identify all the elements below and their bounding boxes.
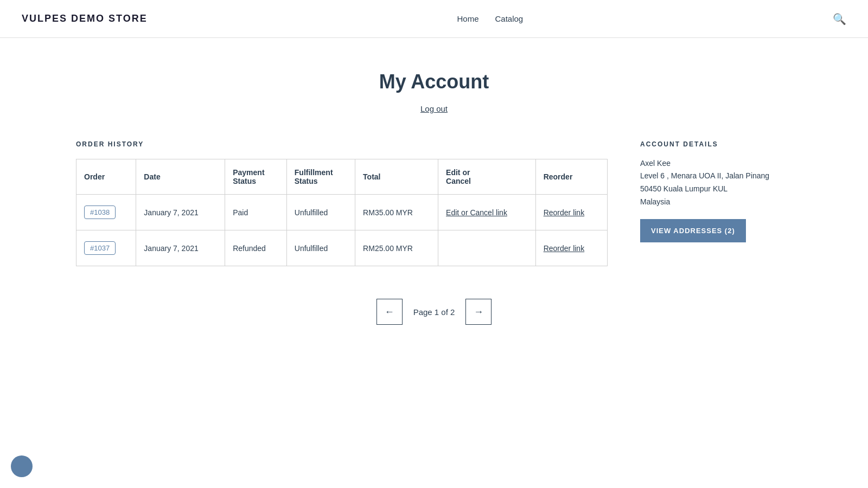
- account-name: Axel Kee: [640, 159, 792, 168]
- site-logo: VULPES DEMO STORE: [22, 13, 148, 24]
- search-icon[interactable]: 🔍: [833, 12, 846, 25]
- table-row: #1037 January 7, 2021 Refunded Unfulfill…: [76, 230, 608, 266]
- col-total: Total: [355, 159, 438, 195]
- col-fulfillment-status: FulfillmentStatus: [286, 159, 355, 195]
- cell-payment-1037: Refunded: [225, 230, 287, 266]
- order-history-title: ORDER HISTORY: [76, 140, 608, 148]
- cell-total-1037: RM25.00 MYR: [355, 230, 438, 266]
- cell-order-number-1037: #1037: [76, 230, 136, 266]
- account-details-section: ACCOUNT DETAILS Axel Kee Level 6 , Menar…: [640, 140, 792, 242]
- view-addresses-button[interactable]: VIEW ADDRESSES (2): [640, 219, 746, 242]
- address-line3: Malaysia: [640, 197, 670, 206]
- cell-payment-1038: Paid: [225, 195, 287, 230]
- table-row: #1038 January 7, 2021 Paid Unfulfilled R…: [76, 195, 608, 230]
- cell-reorder-1038: Reorder link: [535, 195, 607, 230]
- address-line1: Level 6 , Menara UOA II, Jalan Pinang: [640, 171, 769, 180]
- cell-total-1038: RM35.00 MYR: [355, 195, 438, 230]
- order-history-section: ORDER HISTORY Order Date PaymentStatus F…: [76, 140, 608, 266]
- col-payment-status: PaymentStatus: [225, 159, 287, 195]
- cell-date-1038: January 7, 2021: [136, 195, 225, 230]
- order-number-link-1038[interactable]: #1038: [84, 206, 116, 219]
- next-page-button[interactable]: →: [465, 299, 492, 325]
- account-details-title: ACCOUNT DETAILS: [640, 140, 792, 148]
- order-number-link-1037[interactable]: #1037: [84, 241, 116, 255]
- cell-order-number-1038: #1038: [76, 195, 136, 230]
- edit-cancel-link-1038[interactable]: Edit or Cancel link: [446, 208, 507, 217]
- col-edit-cancel: Edit orCancel: [438, 159, 536, 195]
- order-table: Order Date PaymentStatus FulfillmentStat…: [76, 159, 608, 266]
- nav-home[interactable]: Home: [457, 14, 478, 23]
- reorder-link-1037[interactable]: Reorder link: [544, 244, 584, 253]
- main-content: My Account Log out ORDER HISTORY Order D…: [54, 38, 814, 357]
- col-order: Order: [76, 159, 136, 195]
- col-date: Date: [136, 159, 225, 195]
- table-header: Order Date PaymentStatus FulfillmentStat…: [76, 159, 608, 195]
- logout-link[interactable]: Log out: [76, 104, 792, 113]
- content-layout: ORDER HISTORY Order Date PaymentStatus F…: [76, 140, 792, 266]
- nav-catalog[interactable]: Catalog: [495, 14, 524, 23]
- account-address: Level 6 , Menara UOA II, Jalan Pinang 50…: [640, 170, 792, 208]
- cell-edit-cancel-1037: [438, 230, 536, 266]
- cell-reorder-1037: Reorder link: [535, 230, 607, 266]
- address-line2: 50450 Kuala Lumpur KUL: [640, 184, 727, 193]
- cell-fulfillment-1038: Unfulfilled: [286, 195, 355, 230]
- cell-date-1037: January 7, 2021: [136, 230, 225, 266]
- reorder-link-1038[interactable]: Reorder link: [544, 208, 584, 217]
- cell-edit-cancel-1038: Edit or Cancel link: [438, 195, 536, 230]
- main-nav: Home Catalog: [457, 14, 523, 23]
- pagination: ← Page 1 of 2 →: [76, 299, 792, 325]
- prev-page-button[interactable]: ←: [376, 299, 403, 325]
- page-title: My Account: [76, 70, 792, 93]
- cell-fulfillment-1037: Unfulfilled: [286, 230, 355, 266]
- table-body: #1038 January 7, 2021 Paid Unfulfilled R…: [76, 195, 608, 266]
- header: VULPES DEMO STORE Home Catalog 🔍: [0, 0, 868, 38]
- page-indicator: Page 1 of 2: [413, 307, 455, 317]
- col-reorder: Reorder: [535, 159, 607, 195]
